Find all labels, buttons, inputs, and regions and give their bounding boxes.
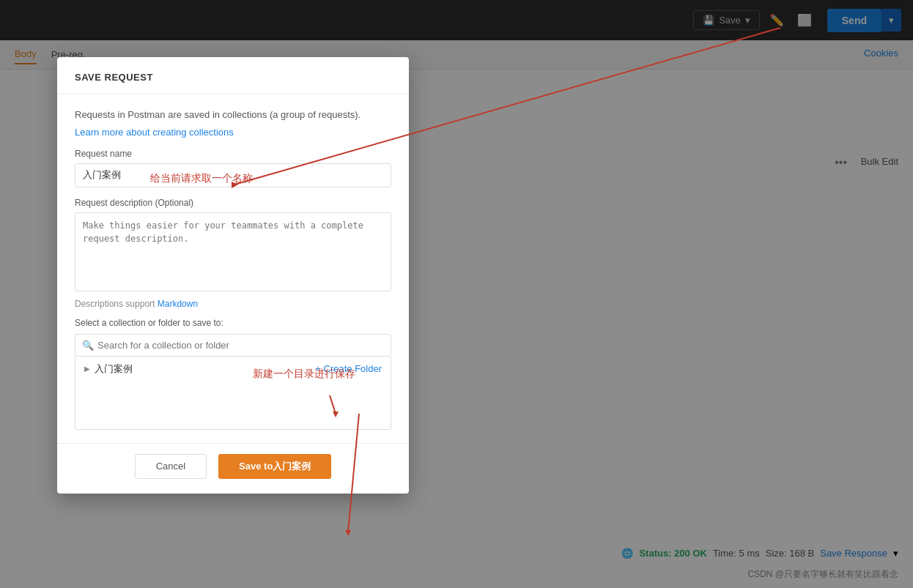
save-request-modal: SAVE REQUEST Requests in Postman are sav… bbox=[57, 57, 409, 494]
modal-header: SAVE REQUEST bbox=[57, 57, 409, 94]
description-textarea[interactable] bbox=[75, 212, 391, 291]
request-name-label: Request name bbox=[75, 149, 391, 159]
search-icon: 🔍 bbox=[82, 340, 94, 351]
learn-more-link[interactable]: Learn more about creating collections bbox=[75, 127, 234, 138]
info-text: Requests in Postman are saved in collect… bbox=[75, 108, 391, 122]
collection-item-name: 入门案例 bbox=[95, 362, 133, 376]
markdown-link[interactable]: Markdown bbox=[158, 299, 198, 309]
create-folder-link[interactable]: + Create Folder bbox=[315, 363, 382, 374]
markdown-note: Descriptions support Markdown bbox=[75, 299, 391, 309]
collection-label: Select a collection or folder to save to… bbox=[75, 318, 391, 328]
request-name-input[interactable] bbox=[75, 163, 391, 187]
modal-title: SAVE REQUEST bbox=[75, 72, 153, 83]
collection-item[interactable]: ▶ 入门案例 + Create Folder bbox=[75, 357, 391, 382]
modal-footer: Cancel Save to入门案例 bbox=[57, 443, 409, 494]
collection-search-box: 🔍 bbox=[75, 334, 391, 357]
save-to-button[interactable]: Save to入门案例 bbox=[218, 454, 331, 479]
modal-body: Requests in Postman are saved in collect… bbox=[57, 94, 409, 443]
triangle-icon: ▶ bbox=[84, 365, 90, 373]
collection-item-left: ▶ 入门案例 bbox=[84, 362, 133, 376]
cancel-button[interactable]: Cancel bbox=[135, 454, 207, 479]
collection-list: ▶ 入门案例 + Create Folder bbox=[75, 357, 391, 430]
description-label: Request description (Optional) bbox=[75, 198, 391, 208]
collection-search-input[interactable] bbox=[75, 334, 391, 357]
